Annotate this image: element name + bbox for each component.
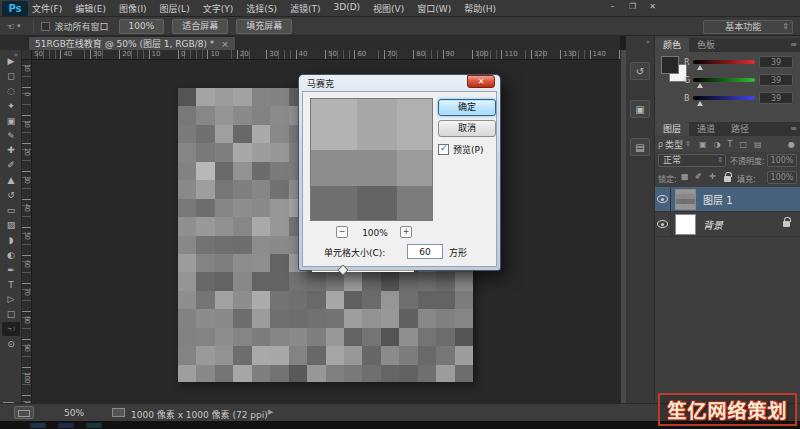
document-tab[interactable]: 51RGB在线教育 @ 50% (图层 1, RGB/8) * × [28,36,236,50]
tab-paths[interactable]: 路径 [723,122,757,136]
blur-tool[interactable]: ◗ [2,233,20,247]
menu-item-5[interactable]: 文字(Y) [203,2,234,15]
slider-thumb[interactable] [337,264,348,275]
filter-kind-dropdown[interactable]: 类型 [665,138,683,151]
shape-tool[interactable]: □ [2,307,20,321]
lock-all-icon[interactable] [724,176,731,182]
mosaic-cell [381,346,400,365]
history-brush-tool[interactable]: ↺ [2,188,20,202]
preview-checkbox[interactable] [438,144,449,155]
lasso-tool[interactable]: ◌ [2,84,20,98]
menu-item-1[interactable]: 文件(F) [32,2,62,15]
slider-track[interactable] [312,270,414,272]
filter-type-icon[interactable]: T [728,140,733,149]
properties-panel-icon[interactable]: ▣ [630,100,650,118]
filter-preview[interactable] [310,98,433,221]
tab-close-icon[interactable]: × [221,39,229,49]
menu-item-9[interactable]: 视图(V) [373,2,404,15]
minimize-button[interactable]: – [604,2,621,11]
channel-slider[interactable] [693,60,755,64]
quick-selection-tool[interactable]: ✦ [2,99,20,113]
filter-pixel-icon[interactable]: ▣ [699,140,707,149]
ok-button[interactable]: 确定 [438,99,496,116]
healing-brush-tool[interactable]: ✚ [2,143,20,157]
filter-toggle-icon[interactable]: ● [788,140,795,149]
menu-item-2[interactable]: 编辑(E) [75,2,106,15]
lock-paint-icon[interactable]: ✐ [695,172,702,181]
lock-move-icon[interactable]: ✛ [709,172,716,181]
menu-item-7[interactable]: 滤镜(T) [290,2,321,15]
tool-preset-caret-icon[interactable]: ▾ [17,22,21,30]
menu-item-11[interactable]: 帮助(H) [464,2,496,15]
opacity-value[interactable]: 100% [767,154,797,167]
menu-item-3[interactable]: 图像(I) [119,2,147,15]
panel-menu-icon[interactable]: ≡ [790,124,797,133]
close-button[interactable]: ✕ [644,2,661,11]
marquee-tool[interactable]: ◻ [2,69,20,83]
expand-chevron-icon[interactable]: » [646,38,650,46]
brush-tool[interactable]: ✐ [2,158,20,172]
clone-stamp-tool[interactable]: ▲ [2,173,20,187]
visibility-toggle[interactable] [655,212,671,237]
dodge-tool[interactable]: ◐ [2,248,20,262]
hand-tool[interactable]: ☜ [2,322,20,336]
tab-swatches[interactable]: 色板 [689,38,723,52]
fill-value[interactable]: 100% [767,171,797,184]
preview-zoom-out-button[interactable]: − [336,226,348,238]
lock-transparent-icon[interactable]: ▦ [681,172,689,181]
path-selection-tool[interactable]: ▷ [2,292,20,306]
channel-slider[interactable] [693,78,755,82]
scroll-all-windows-checkbox[interactable] [41,22,50,31]
gradient-tool[interactable]: ▨ [2,218,20,232]
layer-thumbnail[interactable] [675,189,696,210]
history-panel-icon[interactable]: ↺ [630,62,650,80]
fit-screen-button[interactable]: 适合屏幕 [172,19,228,34]
eraser-tool[interactable]: ▭ [2,203,20,217]
channel-value[interactable]: 39 [759,92,793,104]
status-zoom-level[interactable]: 50% [64,408,84,418]
cell-size-slider[interactable] [312,266,414,276]
workspace-switcher[interactable]: 基本功能⇕ [703,20,793,34]
zoom-100-button[interactable]: 100% [119,19,165,34]
menu-item-6[interactable]: 选择(S) [246,2,277,15]
pen-tool[interactable]: ✒ [2,263,20,277]
layer-row[interactable]: 背景 [655,212,800,237]
menu-item-8[interactable]: 3D(D) [333,2,360,15]
eyedropper-tool[interactable]: ✎ [2,129,20,143]
mosaic-cell [344,328,363,347]
foreground-color-swatch[interactable] [661,56,679,74]
fill-screen-button[interactable]: 填充屏幕 [236,19,292,34]
channel-value[interactable]: 39 [759,56,793,68]
channel-value[interactable]: 39 [759,74,793,86]
tab-layers[interactable]: 图层 [655,122,689,136]
preview-zoom-in-button[interactable]: + [400,226,412,238]
layer-row[interactable]: 图层 1 [655,187,800,212]
menu-item-4[interactable]: 图层(L) [160,2,190,15]
cell-size-input[interactable]: 60 [407,244,443,259]
type-tool[interactable]: T [2,278,20,292]
visibility-toggle[interactable] [655,187,671,212]
status-expand-icon[interactable]: ▶ [268,408,273,416]
move-tool[interactable]: ▶ [2,54,20,68]
tab-channels[interactable]: 通道 [689,122,723,136]
panel-menu-icon[interactable]: ≡ [790,40,797,49]
restore-button[interactable]: ❐ [624,2,641,11]
channel-slider-thumb[interactable] [697,101,703,106]
cancel-button[interactable]: 取消 [438,120,496,137]
tab-color[interactable]: 颜色 [655,38,689,52]
filter-smart-icon[interactable]: ▤ [754,140,762,149]
blend-mode-select[interactable]: 正常⇕ [658,154,726,167]
channel-slider-thumb[interactable] [697,83,703,88]
layer-thumbnail[interactable] [675,214,696,235]
zoom-tool[interactable]: ⊙ [2,337,20,351]
menu-item-10[interactable]: 窗口(W) [417,2,451,15]
channel-slider[interactable] [693,96,755,100]
crop-tool[interactable]: ▣ [2,114,20,128]
info-panel-icon[interactable]: ▤ [630,138,650,156]
filter-adjustment-icon[interactable]: ◑ [714,140,721,149]
mosaic-cell [289,272,308,291]
ruler-label: 30 [269,50,278,58]
filter-shape-icon[interactable]: □ [739,140,747,149]
channel-slider-thumb[interactable] [697,65,703,70]
dialog-close-button[interactable]: ✕ [467,75,495,88]
